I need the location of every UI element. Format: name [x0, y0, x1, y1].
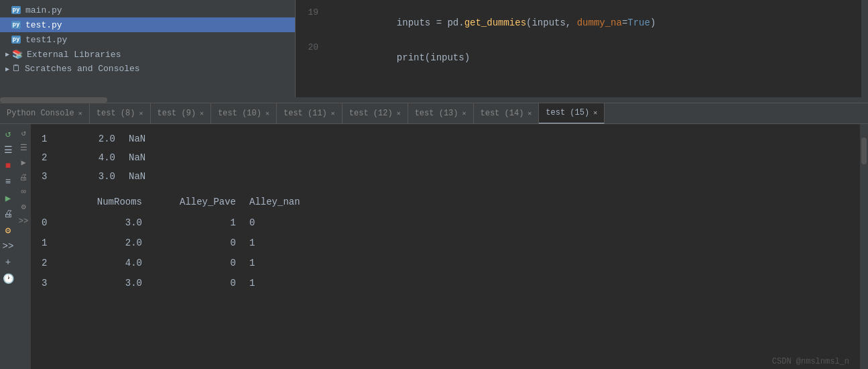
tab-test13[interactable]: test (13) ✕ [408, 103, 474, 124]
list2-button[interactable]: ≡ [1, 175, 15, 189]
scratches-icon: 🗒 [12, 64, 21, 74]
cell-alleynan: 1 [249, 233, 330, 253]
list-button[interactable]: ☰ [1, 143, 15, 156]
library-icon: 📚 [12, 49, 23, 60]
cell-numrooms: 2.0 [75, 233, 156, 253]
scroll-thumb [0, 97, 107, 103]
tab-close-button[interactable]: ✕ [78, 109, 82, 117]
cell-index: 1 [42, 129, 75, 148]
data-row: 3 3.0 0 1 [42, 273, 849, 293]
tab-label: test (9) [158, 109, 196, 118]
tab-label: test (8) [97, 109, 135, 118]
cell-alleynan: 0 [249, 213, 330, 233]
cell-index: 2 [42, 253, 75, 273]
tab-label: test (12) [349, 109, 393, 118]
sidebar-item-mainpy[interactable]: py main.py [0, 3, 295, 17]
header-alleynan: Alley_nan [249, 191, 330, 213]
cell-index: 3 [42, 167, 75, 186]
horizontal-scroll[interactable] [0, 97, 295, 103]
arrow-icon: ▶ [5, 65, 9, 73]
sidebar-group-external-libraries[interactable]: ▶ 📚 External Libraries [0, 47, 295, 62]
output-row: 2 4.0 NaN [42, 148, 849, 167]
clock-button[interactable]: 🕐 [1, 272, 15, 285]
tab-label: test (15) [546, 108, 589, 117]
cell-alleypave: 0 [156, 233, 249, 253]
sidebar-item-test1py[interactable]: py test1.py [0, 32, 295, 47]
tab-bar: Python Console ✕ test (8) ✕ test (9) ✕ t… [0, 103, 868, 124]
print-button[interactable]: 🖨 [1, 207, 15, 221]
python-file-icon: py [11, 19, 21, 30]
cell-numrooms: 4.0 [75, 253, 156, 273]
sidebar-group-scratches[interactable]: ▶ 🗒 Scratches and Consoles [0, 62, 295, 76]
sidebar-item-testpy[interactable]: py test.py [0, 17, 295, 32]
tab-test8[interactable]: test (8) ✕ [90, 103, 151, 124]
sec-btn-6[interactable]: ⚙ [17, 201, 29, 213]
tab-test9[interactable]: test (9) ✕ [151, 103, 212, 124]
tab-label: Python Console [7, 109, 74, 118]
sidebar: py main.py py test.py py test1.py ▶ 📚 Ex… [0, 0, 295, 97]
rerun-button[interactable]: ↺ [1, 127, 15, 140]
cell-numrooms: 2.0 [75, 129, 129, 148]
sec-btn-4[interactable]: 🖨 [17, 171, 29, 183]
data-row: 2 4.0 0 1 [42, 253, 849, 273]
code-content: inputs = pd.get_dummies(inputs, dummy_na… [329, 7, 656, 39]
sec-btn-5[interactable]: ∞ [17, 186, 29, 198]
tab-close-button[interactable]: ✕ [528, 109, 532, 117]
sidebar-group-label: Scratches and Consoles [25, 64, 140, 74]
tab-test12[interactable]: test (12) ✕ [343, 103, 408, 124]
tab-close-button[interactable]: ✕ [593, 109, 597, 117]
tab-close-button[interactable]: ✕ [265, 109, 269, 117]
header-alleypave: Alley_Pave [156, 191, 249, 213]
tab-test10[interactable]: test (10) ✕ [211, 103, 277, 124]
editor-scrollbar[interactable] [861, 0, 868, 97]
sec-btn-3[interactable]: ▶ [17, 156, 29, 168]
stop-button[interactable]: ■ [1, 159, 15, 172]
more-button[interactable]: >> [1, 240, 15, 253]
cell-index: 0 [42, 213, 75, 233]
sec-btn-7[interactable]: >> [17, 215, 29, 227]
tab-close-button[interactable]: ✕ [139, 109, 143, 117]
cell-numrooms: 3.0 [75, 213, 156, 233]
cell-alleynan: 1 [249, 273, 330, 293]
watermark: CSDN @nmslnmsl_n [772, 357, 849, 366]
cell-alley: NaN [129, 129, 182, 148]
cell-alley: NaN [129, 167, 182, 186]
python-file-icon: py [11, 5, 21, 15]
cell-alleynan: 1 [249, 253, 330, 273]
code-editor: 19 inputs = pd.get_dummies(inputs, dummy… [295, 0, 861, 97]
console-area: ↺ ☰ ■ ≡ ▶ 🖨 ⚙ >> + 🕐 ↺ ☰ ▶ 🖨 ∞ ⚙ >> 1 2.… [0, 124, 868, 369]
tab-label: test (11) [284, 109, 327, 118]
sec-btn-1[interactable]: ↺ [17, 127, 29, 139]
cell-index: 2 [42, 148, 75, 167]
tab-close-button[interactable]: ✕ [397, 109, 401, 117]
tab-close-button[interactable]: ✕ [200, 109, 204, 117]
sidebar-file-label: test.py [25, 20, 62, 30]
cell-alley: NaN [129, 148, 182, 167]
data-row: 1 2.0 0 1 [42, 233, 849, 253]
tab-test11[interactable]: test (11) ✕ [277, 103, 343, 124]
settings-button[interactable]: ⚙ [1, 223, 15, 237]
sec-btn-2[interactable]: ☰ [17, 142, 29, 154]
sidebar-group-label: External Libraries [27, 50, 121, 60]
tab-close-button[interactable]: ✕ [462, 109, 466, 117]
line-number: 20 [296, 42, 329, 52]
code-content: print(inputs) [329, 42, 470, 74]
tab-label: test (13) [415, 109, 458, 118]
run-button[interactable]: ▶ [1, 191, 15, 205]
output-row: 3 3.0 NaN [42, 167, 849, 186]
table-header-row: NumRooms Alley_Pave Alley_nan [42, 191, 849, 213]
tab-close-button[interactable]: ✕ [331, 109, 335, 117]
cell-numrooms: 4.0 [75, 148, 129, 167]
header-numrooms: NumRooms [75, 191, 156, 213]
tab-label: test (14) [481, 109, 524, 118]
code-line-20: 20 print(inputs) [296, 40, 861, 75]
secondary-toolbar: ↺ ☰ ▶ 🖨 ∞ ⚙ >> [16, 124, 31, 369]
cell-alleypave: 0 [156, 273, 249, 293]
add-button[interactable]: + [1, 256, 15, 269]
console-output: 1 2.0 NaN 2 4.0 NaN 3 3.0 NaN NumRooms A… [31, 124, 860, 369]
tab-python-console[interactable]: Python Console ✕ [0, 103, 90, 124]
sidebar-file-label: main.py [25, 5, 62, 15]
tab-test15[interactable]: test (15) ✕ [539, 103, 605, 124]
console-scrollbar[interactable] [860, 124, 868, 369]
tab-test14[interactable]: test (14) ✕ [474, 103, 540, 124]
